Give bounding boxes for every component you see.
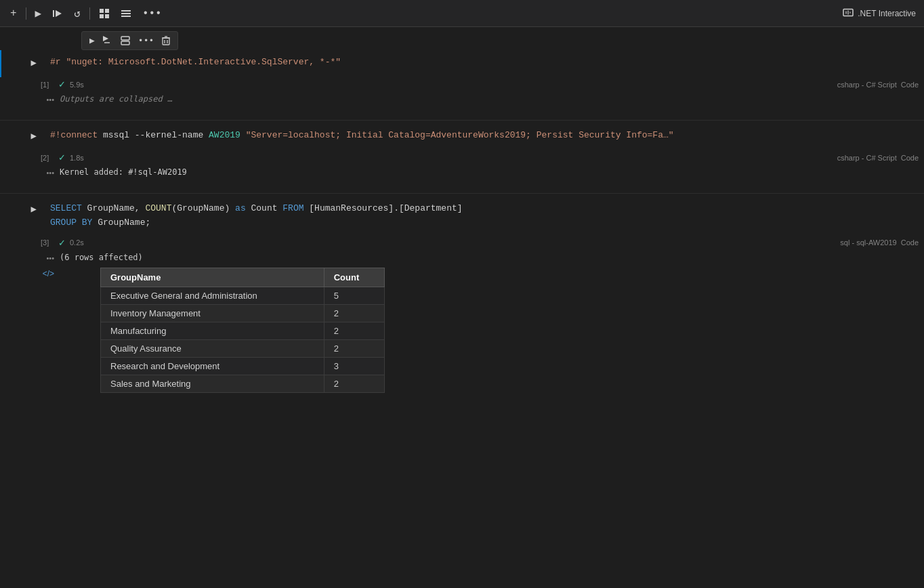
cell-more-button[interactable]: ••• — [135, 35, 157, 47]
cell-count: 2 — [324, 322, 384, 339]
list-icon[interactable] — [117, 5, 135, 22]
svg-rect-7 — [121, 13, 131, 14]
sql-table: [HumanResources].[Department] — [309, 203, 462, 213]
cell-2-number: [2] — [41, 154, 54, 162]
cell-1-time: 5.9s — [70, 81, 84, 89]
output-2-icon: ••• — [41, 167, 54, 177]
sql-count: COUNT — [145, 203, 171, 213]
sql-groupby-col: GroupName; — [98, 217, 150, 228]
col-header-groupname: GroupName — [101, 268, 324, 287]
results-table: GroupName Count Executive General and Ad… — [100, 268, 385, 393]
cell-3-code-line-1: SELECT GroupName, COUNT(GroupName) as Co… — [50, 202, 916, 216]
cell-2-check-icon: ✓ — [58, 152, 66, 163]
col-header-count: Count — [324, 268, 384, 287]
cell-1-lang: csharp - C# Script — [837, 81, 897, 89]
sql-group-by: GROUP BY — [50, 217, 98, 228]
table-row: Research and Development3 — [101, 357, 385, 375]
run-cell-button[interactable]: ▶ — [86, 34, 98, 47]
delete-cell-button[interactable] — [159, 35, 173, 47]
cell-1-lang-block: csharp - C# Script Code — [837, 81, 919, 89]
toolbar-right: .NET Interactive — [843, 7, 916, 20]
svg-marker-1 — [56, 10, 62, 17]
cell-groupname: Research and Development — [101, 357, 324, 375]
cell-count: 2 — [324, 304, 384, 322]
net-interactive-icon — [843, 7, 854, 20]
cell-count: 5 — [324, 287, 384, 304]
undo-icon[interactable]: ↺ — [70, 4, 84, 23]
cell-2-left: ▶ — [1, 123, 42, 150]
cell-groupname: Quality Assurance — [101, 339, 324, 357]
cell-count: 2 — [324, 375, 384, 392]
cell-1-run-button[interactable]: ▶ — [30, 56, 38, 70]
cell-3: ▶ SELECT GroupName, COUNT(GroupName) as … — [0, 196, 924, 236]
svg-rect-8 — [121, 16, 131, 17]
code-hash-r: #r — [50, 57, 66, 67]
cell-2-block: ▶ #!connect mssql --kernel-name AW2019 "… — [0, 120, 924, 180]
svg-rect-17 — [163, 38, 169, 45]
notebook: ▶ ••• — [0, 27, 924, 401]
sql-select: SELECT — [50, 203, 87, 213]
cell-3-content[interactable]: SELECT GroupName, COUNT(GroupName) as Co… — [42, 196, 924, 236]
cell-3-output-rows: ••• (6 rows affected) — [0, 250, 924, 265]
cell-2-run-button[interactable]: ▶ — [30, 129, 38, 143]
sql-as: as — [235, 203, 251, 213]
cell-2-lang: csharp - C# Script — [837, 154, 897, 162]
cell-1-check-icon: ✓ — [58, 79, 66, 89]
sql-count-alias: Count — [251, 203, 282, 213]
net-interactive-label: .NET Interactive — [858, 9, 916, 18]
run-all-icon[interactable] — [49, 5, 66, 22]
code-conn-string: "Server=localhost; Initial Catalog=Adven… — [246, 130, 674, 140]
cell-1-mode: Code — [901, 81, 919, 89]
toolbar-sep-2 — [89, 7, 90, 20]
cell-3-check-icon: ✓ — [58, 238, 66, 248]
cell-1-toolbar-wrapper: ▶ ••• — [0, 27, 924, 50]
cell-2-code: #!connect mssql --kernel-name AW2019 "Se… — [50, 129, 916, 143]
run-icon[interactable]: ▶ — [32, 4, 45, 23]
run-below-button[interactable] — [100, 35, 116, 47]
cell-2: ▶ #!connect mssql --kernel-name AW2019 "… — [0, 123, 924, 150]
svg-rect-16 — [121, 41, 129, 45]
cell-3-status-row: [3] ✓ 0.2s sql - sql-AW2019 Code — [0, 236, 924, 250]
sql-from: FROM — [282, 203, 309, 213]
cell-1-divider — [0, 106, 924, 120]
cell-3-number: [3] — [41, 238, 54, 247]
svg-rect-0 — [53, 10, 54, 17]
cell-2-status-row: [2] ✓ 1.8s csharp - C# Script Code — [0, 150, 924, 165]
cell-groupname: Inventory Management — [101, 304, 324, 322]
svg-rect-5 — [105, 14, 109, 18]
code-nuget-string: "nuget: Microsoft.DotNet.Interactive.Sql… — [66, 57, 341, 67]
cell-count: 3 — [324, 357, 384, 375]
table-row: Manufacturing2 — [101, 322, 385, 339]
grid-icon[interactable] — [96, 5, 113, 22]
cell-3-lang: sql - sql-AW2019 — [840, 238, 896, 247]
cell-1-content[interactable]: #r "nuget: Microsoft.DotNet.Interactive.… — [42, 50, 924, 77]
add-icon[interactable]: + — [7, 5, 20, 22]
cell-groupname: Executive General and Administration — [101, 287, 324, 304]
cell-2-content[interactable]: #!connect mssql --kernel-name AW2019 "Se… — [42, 123, 924, 150]
split-cell-button[interactable] — [117, 35, 133, 47]
cell-1-code: #r "nuget: Microsoft.DotNet.Interactive.… — [50, 56, 916, 70]
output-3-icon: ••• — [41, 253, 54, 262]
code-mssql: mssql --kernel-name — [103, 130, 209, 140]
cell-2-output: ••• Kernel added: #!sql-AW2019 — [0, 165, 924, 180]
sql-groupname: GroupName, — [87, 203, 146, 213]
svg-rect-15 — [121, 37, 129, 40]
cell-2-mode: Code — [901, 154, 919, 162]
table-row: Executive General and Administration5 — [101, 287, 385, 304]
more-icon[interactable]: ••• — [139, 5, 165, 22]
svg-rect-4 — [100, 14, 104, 18]
cell-groupname: Manufacturing — [101, 322, 324, 339]
cell-3-output-text: (6 rows affected) — [60, 253, 143, 262]
cell-count: 2 — [324, 339, 384, 357]
cell-3-lang-block: sql - sql-AW2019 Code — [840, 238, 919, 247]
cell-2-time: 1.8s — [70, 154, 84, 162]
cell-3-left: ▶ — [1, 196, 42, 236]
table-row: Quality Assurance2 — [101, 339, 385, 357]
top-toolbar: + ▶ ↺ ••• — [0, 0, 924, 27]
cell-1-left: ▶ — [1, 50, 42, 77]
cell-groupname: Sales and Marketing — [101, 375, 324, 392]
cell-3-run-button[interactable]: ▶ — [30, 202, 38, 216]
code-aw2019: AW2019 — [209, 130, 246, 140]
code-bang-connect: #!connect — [50, 130, 103, 140]
cell-1-output-text[interactable]: Outputs are collapsed … — [60, 94, 172, 104]
